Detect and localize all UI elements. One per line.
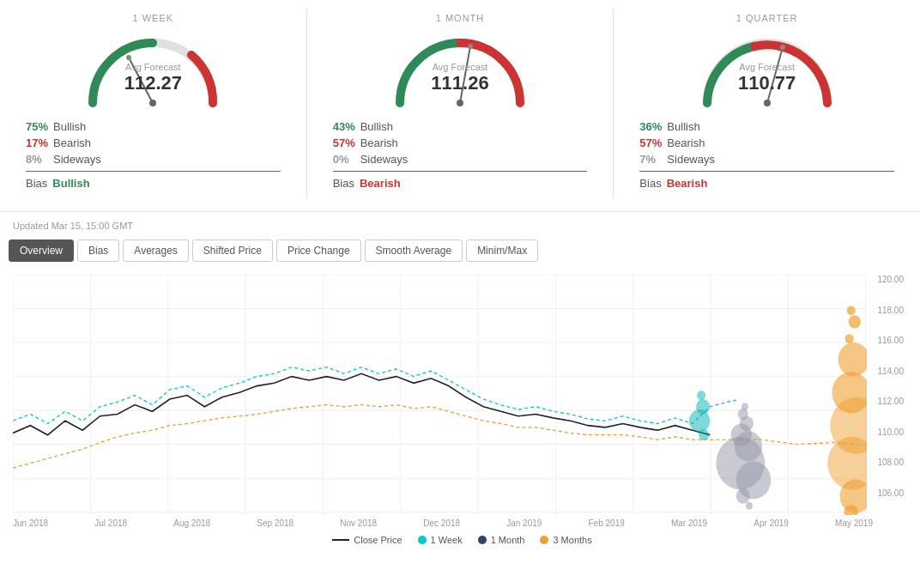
chart-area: 120.00 118.00 116.00 114.00 112.00 110.0… [0, 270, 920, 554]
bias-row-week: Bias Bullish [26, 177, 281, 190]
updated-text: Updated Mar 15, 15:00 GMT [0, 212, 920, 239]
svg-point-7 [764, 100, 771, 106]
tabs-row: Overview Bias Averages Shifted Price Pri… [0, 239, 920, 270]
y-tick: 118.00 [867, 306, 904, 315]
legend-close-price: Close Price [332, 535, 402, 545]
divider-quarter [639, 171, 894, 172]
bearish-row: 17% Bearish [26, 136, 281, 149]
bearish-row-month: 57% Bearish [333, 136, 588, 149]
tab-price-change[interactable]: Price Change [276, 239, 361, 262]
stats-month: 43% Bullish 57% Bearish 0% Sideways Bias… [316, 116, 605, 194]
x-tick: Nov 2018 [340, 518, 377, 528]
legend-1week-label: 1 Week [431, 535, 463, 545]
y-tick: 116.00 [867, 336, 904, 345]
bearish-pct-quarter: 57% [639, 136, 667, 149]
y-tick: 106.00 [867, 488, 904, 498]
tab-shifted-price[interactable]: Shifted Price [192, 239, 273, 262]
sideways-pct: 8% [26, 153, 53, 166]
week-line [13, 367, 736, 424]
bubble-week [689, 409, 710, 432]
legend-3months-label: 3 Months [553, 535, 591, 545]
bias-row-month: Bias Bearish [333, 177, 588, 190]
period-label: 1 WEEK [133, 13, 174, 23]
tab-averages[interactable]: Averages [123, 239, 188, 262]
legend-1month-label: 1 Month [491, 535, 525, 545]
sideways-pct-quarter: 7% [639, 153, 667, 166]
svg-point-5 [468, 44, 473, 49]
tab-minim-max[interactable]: Minim/Max [466, 239, 538, 262]
bullish-row-month: 43% Bullish [333, 120, 588, 133]
avg-label: Avg Forecast [124, 62, 182, 72]
legend-close-price-label: Close Price [354, 535, 402, 545]
legend-row: Close Price 1 Week 1 Month 3 Months [13, 528, 911, 549]
y-tick: 112.00 [867, 397, 904, 406]
legend-1week-icon [418, 536, 427, 544]
gauge-panel-month: 1 MONTH Avg Forecast 111.26 43% [307, 9, 614, 198]
bubble-month [746, 502, 753, 510]
y-tick: 110.00 [867, 427, 904, 437]
sideways-row: 8% Sideways [26, 153, 281, 166]
tab-overview[interactable]: Overview [9, 239, 74, 262]
bearish-label: Bearish [53, 136, 91, 149]
bubble-3months [849, 315, 861, 328]
divider-week [26, 171, 281, 172]
avg-value: 112.27 [124, 72, 182, 94]
gauge-week: Avg Forecast 112.27 [76, 27, 230, 109]
y-tick: 114.00 [867, 367, 904, 376]
gauge-center-quarter: Avg Forecast 110.77 [738, 62, 796, 94]
sideways-row-month: 0% Sideways [333, 153, 588, 166]
x-tick: Mar 2019 [671, 518, 707, 528]
gauge-center-month: Avg Forecast 111.26 [431, 62, 488, 94]
avg-value-month: 111.26 [431, 72, 488, 94]
y-tick: 120.00 [867, 275, 904, 284]
bias-value-quarter: Bearish [667, 177, 708, 190]
stats-week: 75% Bullish 17% Bearish 8% Sideways Bias… [9, 116, 298, 194]
svg-point-2 [126, 55, 131, 60]
gauge-panel-week: 1 WEEK Avg Forecast 112.27 [0, 9, 307, 198]
x-tick: Feb 2019 [589, 518, 625, 528]
x-tick: Jul 2018 [94, 518, 127, 528]
bullish-pct: 75% [26, 120, 53, 133]
x-tick: Aug 2018 [173, 518, 210, 528]
svg-point-8 [780, 45, 785, 50]
svg-point-1 [149, 100, 156, 106]
legend-3months: 3 Months [540, 535, 591, 545]
tab-smooth-average[interactable]: Smooth Average [365, 239, 463, 262]
sideways-pct-month: 0% [333, 153, 360, 166]
bullish-pct-quarter: 36% [639, 120, 667, 133]
sideways-row-quarter: 7% Sideways [639, 153, 894, 166]
chart-wrapper: 120.00 118.00 116.00 114.00 112.00 110.0… [13, 275, 905, 515]
bullish-pct-month: 43% [333, 120, 360, 133]
x-tick: Dec 2018 [423, 518, 460, 528]
legend-1week: 1 Week [418, 535, 463, 545]
bullish-row-quarter: 36% Bullish [639, 120, 894, 133]
bubble-week [697, 391, 705, 400]
divider-month [333, 171, 588, 172]
tab-bias[interactable]: Bias [77, 239, 119, 262]
bullish-label: Bullish [53, 120, 86, 133]
x-tick: Jun 2018 [13, 518, 48, 528]
bullish-row: 75% Bullish [26, 120, 281, 133]
gauge-center-week: Avg Forecast 112.27 [124, 62, 182, 94]
bubble-week [699, 429, 709, 440]
gauge-panel-quarter: 1 QUARTER Avg Forecast 110.77 36% Bullis… [614, 9, 920, 198]
legend-1month-icon [478, 536, 487, 544]
stats-quarter: 36% Bullish 57% Bearish 7% Sideways Bias… [622, 116, 911, 194]
avg-label-month: Avg Forecast [431, 62, 488, 72]
bias-row-quarter: Bias Bearish [639, 177, 894, 190]
period-label-quarter: 1 QUARTER [736, 13, 798, 23]
y-axis: 120.00 118.00 116.00 114.00 112.00 110.0… [867, 275, 905, 498]
bearish-pct-month: 57% [333, 136, 360, 149]
bias-value-month: Bearish [360, 177, 401, 190]
bubble-month [736, 488, 750, 504]
legend-1month: 1 Month [478, 535, 525, 545]
x-tick: Sep 2018 [257, 518, 294, 528]
period-label-month: 1 MONTH [436, 13, 485, 23]
bubble-3months [847, 306, 856, 315]
x-axis: Jun 2018 Jul 2018 Aug 2018 Sep 2018 Nov … [13, 515, 911, 528]
gauge-month: Avg Forecast 111.26 [383, 27, 537, 109]
x-tick: Jan 2019 [506, 518, 542, 528]
gauge-quarter: Avg Forecast 110.77 [690, 27, 844, 109]
avg-value-quarter: 110.77 [738, 72, 796, 94]
chart-svg-area [13, 275, 867, 515]
